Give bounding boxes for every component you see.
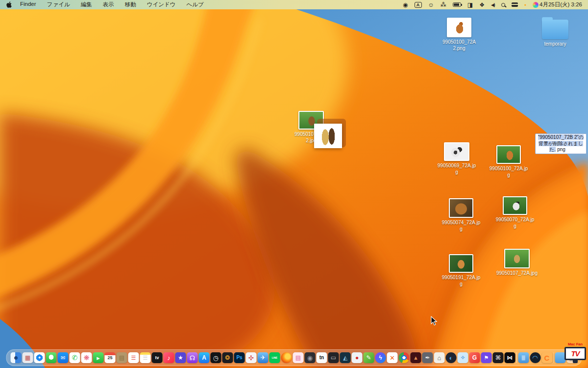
- dock-icon-handwriting-app[interactable]: tn: [317, 352, 327, 363]
- file-label: 99050070_72A.jpg: [496, 217, 534, 229]
- dock-icon-black-grid-app[interactable]: ⌘: [493, 352, 504, 363]
- dock-icon-app-store[interactable]: A: [199, 352, 210, 363]
- menu-view[interactable]: 表示: [103, 1, 114, 8]
- dock-app-glyph: ▭: [331, 355, 336, 361]
- dock-app-glyph: ☰: [143, 355, 148, 361]
- filename-edit-field[interactable]: “99050107_72B 2”の 背景が削除されまし た.png: [535, 133, 587, 154]
- selected-text: 背景が削除されまし: [539, 141, 583, 146]
- dock-app-glyph: ♪: [167, 355, 171, 361]
- dock-icon-photo-editor-app[interactable]: ◭: [340, 352, 351, 363]
- menu-help[interactable]: ヘルプ: [187, 1, 204, 8]
- dock-icon-star-app[interactable]: ★: [175, 352, 186, 363]
- dock-app-glyph: ▤: [295, 355, 301, 361]
- dock-app-glyph: tn: [319, 355, 324, 360]
- control-center-icon[interactable]: [512, 2, 518, 7]
- dock-icon-notes[interactable]: ☰: [140, 352, 151, 363]
- dock-icon-mail[interactable]: ✉: [58, 352, 69, 363]
- dock-icon-screen-app[interactable]: ▭: [328, 352, 339, 363]
- dock-separator[interactable]: [516, 352, 517, 363]
- dock-icon-photoshop[interactable]: Ps: [234, 352, 245, 363]
- dock-icon-chrome[interactable]: [399, 352, 410, 363]
- dock-icon-music[interactable]: ♪: [164, 352, 174, 363]
- selected-text: た.: [549, 147, 556, 152]
- menu-edit[interactable]: 編集: [81, 1, 92, 8]
- battery-icon[interactable]: [453, 2, 461, 7]
- dock-icon-clock-app[interactable]: ◷: [211, 352, 221, 363]
- dock-app-glyph: ☻: [13, 355, 19, 361]
- dock-icon-notes-brown[interactable]: ▤: [117, 352, 127, 363]
- file-99050100-72a-2-png[interactable]: 99050100_72A2.png: [430, 18, 489, 52]
- selected-text: “99050107_72B 2”の: [538, 134, 584, 140]
- dock-icon-podcasts[interactable]: ☊: [187, 352, 198, 363]
- dock-icon-messenger[interactable]: ϟ: [375, 352, 386, 363]
- dock-app-glyph: ⋈: [507, 355, 513, 361]
- dock-icon-g-app[interactable]: G: [469, 352, 480, 363]
- menu-go[interactable]: 移動: [125, 1, 136, 8]
- dock-icon-calendar[interactable]: 25: [105, 352, 116, 363]
- file-99050074-72a-jpg[interactable]: 99050074_72A.jpg: [432, 198, 490, 232]
- menu-bar-clock[interactable]: 4月25日(火) 3:26: [539, 1, 582, 8]
- file-thumbnail: [449, 198, 473, 218]
- desktop-folder-temporary[interactable]: temporary: [526, 18, 585, 48]
- audio-app-icon[interactable]: ⁂: [441, 1, 446, 8]
- dock-icon-photos[interactable]: ❋: [81, 352, 92, 363]
- file-99050191-72a-jpg[interactable]: 99050191_72A.jpg: [432, 254, 490, 287]
- file-99050070-72a-jpg[interactable]: 99050070_72A.jpg: [486, 196, 544, 229]
- display-toggle-icon[interactable]: ◨: [467, 1, 473, 8]
- dock-icon-blue-plane-app[interactable]: ✈: [258, 352, 269, 363]
- apple-menu[interactable]: [6, 1, 12, 8]
- dock-icon-gray-pen-app[interactable]: ✒: [422, 352, 433, 363]
- dock-icon-house-app[interactable]: ⌂: [434, 352, 445, 363]
- apple-logo: [6, 1, 12, 8]
- dock-icon-finder[interactable]: ☻: [11, 352, 22, 363]
- dock-icon-dark-sphere-app[interactable]: ◉: [305, 352, 316, 363]
- dock-icon-facetime-phone[interactable]: ✆: [70, 352, 80, 363]
- watermark-title: Mac Fan: [563, 342, 588, 346]
- volume-icon[interactable]: ◀): [491, 2, 495, 7]
- dock-app-glyph: ◐: [449, 355, 453, 361]
- dock-icon-firefox[interactable]: [281, 352, 292, 363]
- recording-indicator-dot[interactable]: ●: [524, 3, 526, 6]
- menu-finder[interactable]: Finder: [20, 1, 36, 8]
- dock-icon-orange-x-app[interactable]: ✕: [387, 352, 398, 363]
- input-source-icon[interactable]: A: [415, 2, 422, 8]
- dock-icon-purple-flag-app[interactable]: ⚑: [481, 352, 492, 363]
- file-99050107-72a-jpg[interactable]: 99050107_72A.jpg: [488, 249, 546, 277]
- file-99050069-72a-jpg[interactable]: 99050069_72A.jpg: [427, 142, 486, 175]
- dock-app-glyph: Ps: [236, 355, 242, 360]
- dock-separator-2[interactable]: [553, 352, 554, 363]
- dock-icon-facetime[interactable]: ▸: [93, 352, 104, 363]
- dock-icon-pink-grid-app[interactable]: ▤: [293, 352, 304, 363]
- dock-icon-bowtie-app[interactable]: ⋈: [505, 352, 515, 363]
- dock-app-glyph: ≣: [521, 355, 525, 361]
- file-99050100-72a-jpg[interactable]: 99050100_72A.jpg: [479, 145, 538, 178]
- dock-icon-reminders[interactable]: ☰: [128, 352, 139, 363]
- user-account-icon[interactable]: ☺: [428, 1, 434, 8]
- dock-icon-dark-circle-app[interactable]: ◐: [446, 352, 457, 363]
- dock-icon-pinwheel-app[interactable]: ✣: [246, 352, 257, 363]
- dock-icon-arc-app[interactable]: ◠: [530, 352, 540, 363]
- menu-window[interactable]: ウインドウ: [147, 1, 176, 8]
- dock-icon-green-pencil-app[interactable]: ✎: [364, 352, 374, 363]
- dock-icon-messages[interactable]: [46, 352, 57, 363]
- dock-icon-apple-tv[interactable]: tv: [152, 352, 163, 363]
- dock-icon-orange-c-app[interactable]: C: [541, 352, 552, 363]
- dock-icon-light-blue-app[interactable]: ✧: [458, 352, 468, 363]
- siri-icon[interactable]: [533, 2, 539, 8]
- dock-icon-downloads-folder[interactable]: ≣: [518, 352, 529, 363]
- dock-icon-dark-red-app[interactable]: ▲: [411, 352, 421, 363]
- spotlight-icon[interactable]: [501, 3, 505, 7]
- screen-record-icon[interactable]: ◉: [403, 1, 408, 8]
- dropbox-icon[interactable]: ❖: [479, 1, 485, 8]
- dock-icon-red-sphere-app[interactable]: ●: [352, 352, 363, 363]
- dock-icon-safari[interactable]: ✦: [34, 352, 45, 363]
- dock-app-glyph: ▦: [25, 355, 30, 361]
- dock-icon-final-cut[interactable]: ❂: [222, 352, 233, 363]
- dock-icon-launchpad[interactable]: ▦: [23, 352, 33, 363]
- file-label: 99050191_72A.jpg: [442, 275, 480, 287]
- dragged-image-thumbnail[interactable]: [314, 124, 342, 148]
- dock-app-glyph: ●: [355, 355, 359, 361]
- dock-app-glyph: ✧: [460, 355, 465, 361]
- menu-file[interactable]: ファイル: [47, 1, 70, 8]
- dock-icon-line[interactable]: LINE: [270, 352, 280, 363]
